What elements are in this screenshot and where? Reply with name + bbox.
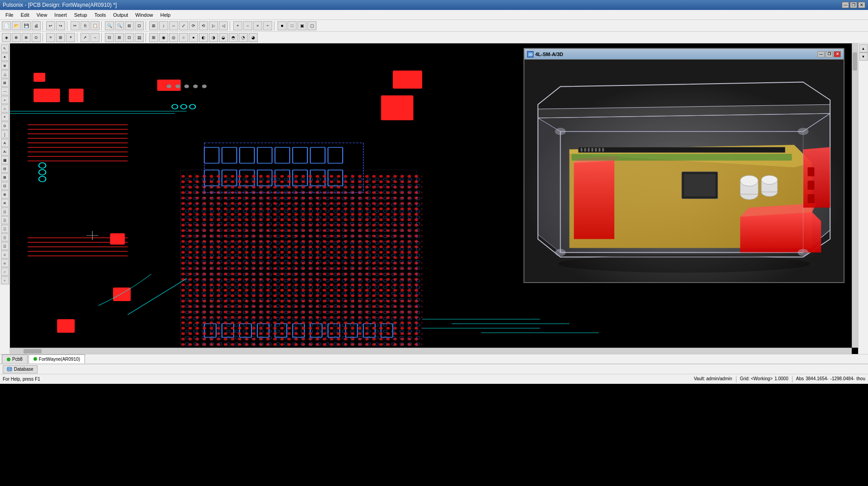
3d-restore-button[interactable]: ❐ [826,51,833,57]
tb-b7[interactable]: ▷ [209,21,218,30]
tb2-b15[interactable]: ◉ [159,33,168,42]
menu-view[interactable]: View [33,11,51,19]
vertical-scrollbar[interactable] [852,43,858,348]
restore-button[interactable]: ❐ [850,2,857,8]
tb2-b18[interactable]: ● [189,33,198,42]
lt-b15[interactable]: ⊡ [1,182,9,190]
tb-cut[interactable]: ✂ [71,21,80,30]
tb2-b19[interactable]: ◐ [199,33,208,42]
tb2-b6[interactable]: ⊞ [56,33,65,42]
tb-paste[interactable]: 📋 [90,21,99,30]
lt-b22[interactable]: ⌼ [1,242,9,250]
pcb-canvas[interactable]: 3D 4L-SM-A/3D — ❐ ✕ [10,43,858,354]
menu-window[interactable]: Window [132,11,156,19]
tb-zoom-all[interactable]: ⊞ [125,21,134,30]
lt-b3[interactable]: △ [1,70,9,78]
tb-b3[interactable]: ↔ [169,21,178,30]
lt-b12[interactable]: ▦ [1,156,9,164]
lt-b4[interactable]: ⊞ [1,79,9,87]
lt-b13[interactable]: ⊟ [1,165,9,173]
tb-c3[interactable]: × [253,21,262,30]
tb2-b4[interactable]: ⊙ [32,33,41,42]
tab-fortwayne[interactable]: FortWayne(AR0910) [28,354,85,363]
tb2-b21[interactable]: ◒ [219,33,228,42]
tab-pcb8[interactable]: Pcb8 [2,354,28,363]
tb-b2[interactable]: ↕ [159,21,168,30]
tb2-b10[interactable]: ⊟ [105,33,114,42]
lt-b23[interactable]: ⌽ [1,250,9,259]
tb2-b11[interactable]: ⊠ [115,33,124,42]
tb-print[interactable]: 🖨 [32,21,41,30]
lt-b6[interactable]: ⌁ [1,96,9,104]
tb-b5[interactable]: ⟳ [189,21,198,30]
lt-text[interactable]: A [1,139,9,147]
menu-edit[interactable]: Edit [17,11,33,19]
tb2-b23[interactable]: ◔ [239,33,248,42]
lt-b18[interactable]: ⌸ [1,208,9,216]
lt-b21[interactable]: ⌻ [1,233,9,241]
lt-b17[interactable]: ≋ [1,199,9,207]
tb2-b8[interactable]: ↗ [80,33,90,42]
lt-b7[interactable]: ⌂ [1,104,9,113]
minimize-button[interactable]: — [842,2,849,8]
tb2-b7[interactable]: ⌖ [66,33,75,42]
tb2-b16[interactable]: ◎ [169,33,178,42]
lt-b1[interactable]: ✦ [1,53,9,61]
tb-c2[interactable]: − [243,21,252,30]
tb-c1[interactable]: + [233,21,242,30]
lt-b26[interactable]: ⍀ [1,276,9,284]
tb-new[interactable]: 📄 [2,21,11,30]
menu-file[interactable]: File [2,11,17,19]
tb2-b14[interactable]: ⊞ [149,33,158,42]
lt-b8[interactable]: ⌖ [1,113,9,121]
tb2-b5[interactable]: ⟡ [46,33,55,42]
3d-minimize-button[interactable]: — [817,51,825,57]
rt-b1[interactable]: ▲ [859,44,868,52]
tb2-b17[interactable]: ○ [179,33,188,42]
menu-output[interactable]: Output [109,11,132,19]
lt-b9[interactable]: ⊙ [1,122,9,130]
lt-b25[interactable]: ⌿ [1,268,9,276]
tb2-b3[interactable]: ⊗ [22,33,31,42]
lt-b10[interactable]: ⌡ [1,130,9,138]
tb-d4[interactable]: ▢ [307,21,316,30]
lt-b16[interactable]: ⊗ [1,190,9,198]
tb2-b22[interactable]: ◓ [229,33,238,42]
tb-redo[interactable]: ↪ [56,21,65,30]
tb-zoom-sel[interactable]: ⊡ [135,21,144,30]
tb-b1[interactable]: ⊞ [149,21,158,30]
tb2-b12[interactable]: ⊡ [125,33,134,42]
tb-d2[interactable]: □ [288,21,297,30]
tb-open[interactable]: 📂 [12,21,21,30]
tb2-b1[interactable]: ◈ [2,33,11,42]
lt-b14[interactable]: ⊠ [1,173,9,181]
tb-d3[interactable]: ▣ [297,21,307,30]
close-button[interactable]: ✕ [858,2,865,8]
tb-copy[interactable]: ⎘ [80,21,90,30]
rt-b2[interactable]: ▼ [859,52,868,61]
tb-b8[interactable]: ◁ [219,21,228,30]
menu-setup[interactable]: Setup [71,11,91,19]
tb2-b2[interactable]: ⊕ [12,33,21,42]
3d-close-button[interactable]: ✕ [834,51,841,57]
tb-b4[interactable]: ⤢ [179,21,188,30]
lt-b19[interactable]: ⌹ [1,216,9,224]
tb-undo[interactable]: ↩ [46,21,55,30]
tb-d1[interactable]: ■ [278,21,287,30]
tb2-b24[interactable]: ◕ [249,33,258,42]
menu-tools[interactable]: Tools [91,11,110,19]
horizontal-scrollbar[interactable] [10,348,852,354]
lt-select[interactable]: ↖ [1,44,9,52]
lt-b20[interactable]: ⌺ [1,225,9,233]
tb2-b20[interactable]: ◑ [209,33,218,42]
lt-b2[interactable]: ⊕ [1,61,9,70]
lt-b11[interactable]: Aᵢ [1,147,9,156]
lt-b5[interactable]: ⋯ [1,87,9,95]
tb-save[interactable]: 💾 [22,21,31,30]
tb2-b13[interactable]: ▤ [135,33,144,42]
menu-help[interactable]: Help [156,11,174,19]
tb2-b9[interactable]: → [90,33,99,42]
tb-b6[interactable]: ⟲ [199,21,208,30]
tb-zoom-out[interactable]: 🔍 [115,21,124,30]
tb-c4[interactable]: ÷ [263,21,272,30]
